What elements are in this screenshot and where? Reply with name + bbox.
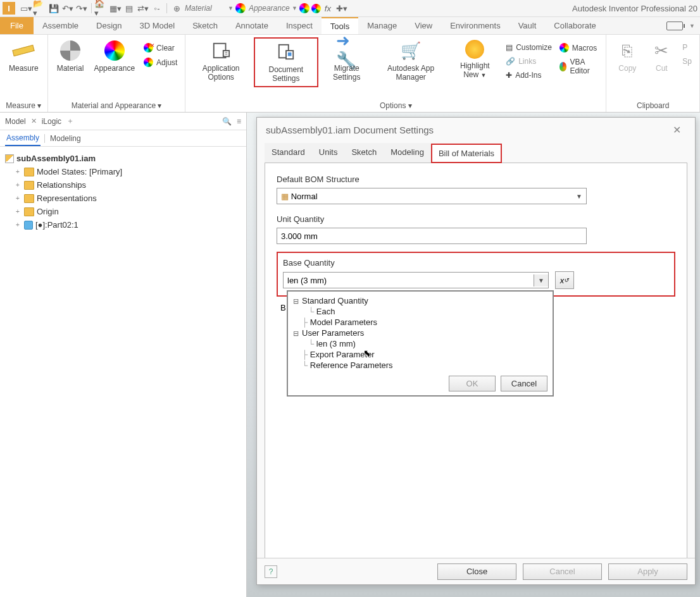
tree-node-relationships[interactable]: +Relationships bbox=[13, 178, 242, 192]
add-tab-icon[interactable]: ＋ bbox=[66, 116, 74, 126]
menu-vault[interactable]: Vault bbox=[509, 17, 546, 34]
material-selector[interactable] bbox=[184, 3, 228, 14]
chevron-down-icon: ▼ bbox=[576, 193, 582, 200]
tab-sketch[interactable]: Sketch bbox=[344, 143, 384, 163]
tree-node-part[interactable]: +[●]:Part02:1 bbox=[13, 218, 242, 231]
highlight-new-button[interactable]: Highlight New ▼ bbox=[449, 37, 501, 82]
adjust-icon bbox=[144, 58, 153, 67]
clear-button[interactable]: Clear bbox=[141, 41, 180, 54]
plus-icon[interactable]: ✚▾ bbox=[335, 2, 349, 15]
macros-button[interactable]: Macros bbox=[557, 41, 601, 54]
app-options-button[interactable]: Application Options bbox=[191, 37, 251, 85]
tree-node-representations[interactable]: +Representations bbox=[13, 192, 242, 205]
grid-icon[interactable]: ▦▾ bbox=[108, 2, 122, 15]
dd-len[interactable]: └ len (3 mm) bbox=[293, 338, 547, 349]
link-icon[interactable]: ⇄▾ bbox=[136, 2, 150, 15]
material-button[interactable]: Material bbox=[53, 37, 88, 75]
measure-button[interactable]: Measure bbox=[5, 37, 42, 75]
layers-icon[interactable]: ▤ bbox=[122, 2, 136, 15]
fx-icon[interactable]: fx bbox=[321, 2, 335, 15]
default-bom-combo[interactable]: ▦ Normal ▼ bbox=[277, 188, 587, 204]
menu-manage[interactable]: Manage bbox=[358, 17, 406, 34]
collapse-icon[interactable]: ⊟ bbox=[293, 297, 302, 305]
home-icon[interactable]: 🏠▾ bbox=[94, 2, 108, 15]
addins-button[interactable]: ✚Add-Ins bbox=[503, 69, 554, 82]
dropdown-arrow-icon[interactable]: ▼ bbox=[228, 5, 234, 11]
app-manager-button[interactable]: 🛒 Autodesk App Manager bbox=[375, 37, 447, 85]
svg-rect-1 bbox=[223, 51, 229, 56]
expand-icon[interactable]: + bbox=[14, 182, 22, 188]
tab-standard[interactable]: Standard bbox=[265, 143, 312, 163]
document-settings-button[interactable]: Document Settings bbox=[254, 37, 318, 87]
dropdown-arrow-icon[interactable]: ▼ bbox=[292, 5, 297, 11]
expand-icon[interactable]: + bbox=[14, 208, 22, 215]
unit-quantity-input[interactable] bbox=[277, 228, 587, 244]
expand-icon[interactable]: + bbox=[14, 221, 22, 228]
options-group-label[interactable]: Options ▾ bbox=[191, 99, 601, 112]
base-quantity-combo[interactable]: len (3 mm) ▼ bbox=[283, 272, 549, 288]
close-icon[interactable]: ✕ bbox=[668, 121, 686, 138]
tree-node-origin[interactable]: +Origin bbox=[13, 205, 242, 218]
vba-editor-button[interactable]: VBA Editor bbox=[557, 56, 601, 77]
dd-export-parameter[interactable]: ├ Export Parameter bbox=[293, 349, 547, 360]
base-qty-value: len (3 mm) bbox=[287, 276, 327, 285]
material-color-icon[interactable] bbox=[235, 3, 246, 13]
expand-icon[interactable]: + bbox=[14, 195, 22, 202]
menu-3dmodel[interactable]: 3D Model bbox=[131, 17, 184, 34]
adjust-button[interactable]: Adjust bbox=[141, 56, 180, 69]
dropdown-arrow-icon[interactable]: ▼ bbox=[689, 23, 695, 29]
addins-icon: ✚ bbox=[506, 71, 512, 80]
close-button[interactable]: Close bbox=[437, 563, 516, 580]
dd-label: Model Parameters bbox=[310, 317, 377, 327]
appearance-selector[interactable] bbox=[247, 3, 292, 14]
tab-units[interactable]: Units bbox=[312, 143, 345, 163]
file-menu[interactable]: File bbox=[0, 17, 34, 34]
appearance-color-icon[interactable] bbox=[299, 3, 309, 13]
appearance-override-icon[interactable] bbox=[311, 4, 321, 13]
migrate-settings-button[interactable]: ➜🔧 Migrate Settings bbox=[321, 37, 373, 85]
node-icon[interactable]: ◦- bbox=[150, 2, 164, 15]
appearance-button[interactable]: Appearance bbox=[90, 37, 139, 75]
tree-node-model-states[interactable]: +Model States: [Primary] bbox=[13, 165, 242, 178]
expand-icon[interactable]: + bbox=[14, 168, 22, 175]
dd-each[interactable]: └ Each bbox=[293, 306, 547, 317]
dd-model-parameters[interactable]: ├ Model Parameters bbox=[293, 317, 547, 328]
help-icon[interactable]: ? bbox=[265, 565, 277, 578]
redo-icon[interactable]: ↷▾ bbox=[75, 2, 89, 15]
menu-annotate[interactable]: Annotate bbox=[227, 17, 277, 34]
tab-model[interactable]: Model bbox=[5, 117, 26, 126]
menu-collaborate[interactable]: Collaborate bbox=[545, 17, 605, 34]
swap-button[interactable]: x↺ bbox=[555, 271, 574, 289]
dropdown-cancel-button[interactable]: Cancel bbox=[501, 376, 547, 391]
dd-user-parameters[interactable]: ⊟User Parameters bbox=[293, 328, 547, 338]
subtab-assembly[interactable]: Assembly bbox=[5, 131, 41, 146]
globe-icon[interactable]: ⊕ bbox=[170, 2, 184, 15]
tree-root[interactable]: subAssembly01.iam bbox=[4, 152, 242, 165]
menu-assemble[interactable]: Assemble bbox=[34, 17, 87, 34]
tab-bill-of-materials[interactable]: Bill of Materials bbox=[431, 144, 502, 163]
dd-reference-parameters[interactable]: └ Reference Parameters bbox=[293, 360, 547, 371]
menu-design[interactable]: Design bbox=[87, 17, 130, 34]
dd-label: Each bbox=[316, 307, 335, 316]
tab-modeling[interactable]: Modeling bbox=[384, 143, 431, 163]
measure-group-label[interactable]: Measure ▾ bbox=[5, 99, 42, 112]
menu-icon[interactable]: ≡ bbox=[237, 117, 241, 126]
chevron-down-icon[interactable]: ▼ bbox=[534, 274, 548, 286]
menu-inspect[interactable]: Inspect bbox=[277, 17, 322, 34]
subtab-modeling[interactable]: Modeling bbox=[49, 132, 82, 145]
collapse-icon[interactable]: ⊟ bbox=[293, 329, 302, 338]
search-icon[interactable]: 🔍 bbox=[222, 117, 232, 126]
new-icon[interactable]: ▭▾ bbox=[19, 2, 33, 15]
customize-button[interactable]: ▤Customize bbox=[503, 41, 554, 54]
mat-appearance-group-label[interactable]: Material and Appearance ▾ bbox=[53, 99, 180, 112]
menu-sketch[interactable]: Sketch bbox=[184, 17, 227, 34]
tab-ilogic[interactable]: iLogic bbox=[42, 117, 61, 126]
open-icon[interactable]: 📂▾ bbox=[33, 2, 47, 15]
close-icon[interactable]: ✕ bbox=[31, 117, 37, 125]
undo-icon[interactable]: ↶▾ bbox=[61, 2, 75, 15]
menu-environments[interactable]: Environments bbox=[441, 17, 509, 34]
save-icon[interactable]: 💾 bbox=[47, 2, 61, 15]
dd-standard-quantity[interactable]: ⊟Standard Quantity bbox=[293, 295, 547, 306]
menu-view[interactable]: View bbox=[406, 17, 441, 34]
dialog-titlebar[interactable]: subAssembly01.iam Document Settings ✕ bbox=[257, 118, 695, 142]
